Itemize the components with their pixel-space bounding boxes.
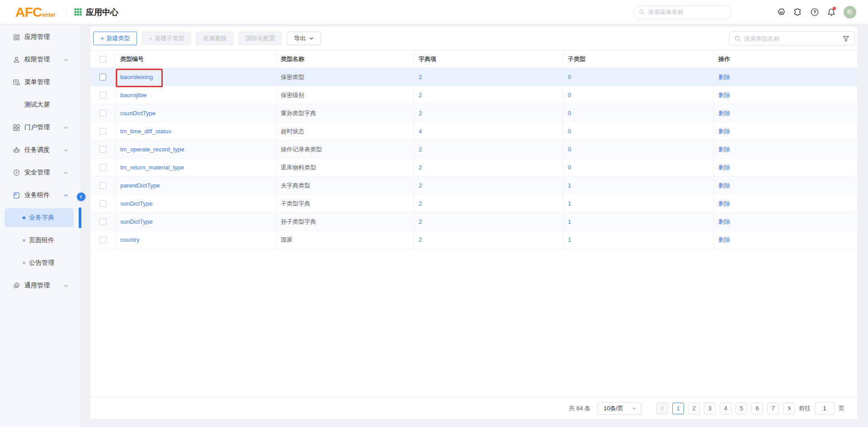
goto-suffix: 页 xyxy=(839,404,844,413)
sidebar-item-security-management[interactable]: 安全管理 xyxy=(0,161,81,184)
page-button-2[interactable]: 2 xyxy=(688,403,700,414)
sub-types-link[interactable]: 0 xyxy=(568,128,571,135)
export-button[interactable]: 导出 xyxy=(287,32,321,45)
dict-items-link[interactable]: 2 xyxy=(419,146,422,153)
column-header: 子类型 xyxy=(563,51,714,68)
dict-items-link[interactable]: 2 xyxy=(419,110,422,117)
afcenter-logo[interactable]: AFC enter xyxy=(15,5,56,20)
page-button-3[interactable]: 3 xyxy=(704,403,716,414)
prev-page-button[interactable] xyxy=(656,403,668,414)
help-icon[interactable]: ? xyxy=(810,8,819,17)
dict-items-link[interactable]: 2 xyxy=(419,218,422,225)
type-search[interactable] xyxy=(729,31,854,46)
search-icon xyxy=(639,9,645,15)
sidebar-subitem-announcement-management[interactable]: 公告管理 xyxy=(0,252,81,274)
row-checkbox[interactable] xyxy=(99,200,106,207)
page-size-select[interactable]: 10条/页 xyxy=(597,402,641,415)
row-checkbox[interactable] xyxy=(99,182,106,189)
notification-bell-icon[interactable] xyxy=(827,8,836,17)
delete-action-link[interactable]: 删除 xyxy=(718,91,730,99)
row-checkbox[interactable] xyxy=(99,218,106,225)
delete-action-link[interactable]: 删除 xyxy=(718,182,730,190)
sub-types-link[interactable]: 0 xyxy=(568,146,571,153)
delete-action-link[interactable]: 删除 xyxy=(718,127,730,136)
row-checkbox[interactable] xyxy=(99,236,106,243)
delete-action-link[interactable]: 删除 xyxy=(718,145,730,154)
row-checkbox[interactable] xyxy=(99,164,106,171)
page-button-1[interactable]: 1 xyxy=(672,403,684,414)
type-code-link[interactable]: sonDictType xyxy=(120,200,153,207)
sidebar-item-app-management[interactable]: 应用管理 xyxy=(0,26,81,48)
delete-action-link[interactable]: 删除 xyxy=(718,218,730,226)
dict-items-link[interactable]: 2 xyxy=(419,74,422,80)
sidebar-item-menu-management[interactable]: 菜单管理 xyxy=(0,71,81,94)
sidebar-subitem-page-components[interactable]: 页面组件 xyxy=(0,229,81,252)
global-search[interactable] xyxy=(633,5,731,19)
dict-items-link[interactable]: 2 xyxy=(419,92,422,99)
select-all-checkbox[interactable] xyxy=(99,56,106,63)
next-page-button[interactable] xyxy=(783,403,795,414)
delete-action-link[interactable]: 删除 xyxy=(718,200,730,208)
goto-page-input[interactable] xyxy=(815,402,835,415)
type-code-link[interactable]: csunDictType xyxy=(120,110,156,117)
plugin-puzzle-icon[interactable] xyxy=(793,8,802,17)
user-avatar[interactable]: 租 xyxy=(844,6,856,19)
type-code-link[interactable]: country xyxy=(120,236,140,243)
sidebar-collapse-button[interactable] xyxy=(77,192,85,201)
global-search-input[interactable] xyxy=(648,9,726,15)
type-code-link[interactable]: tm_time_diff_status xyxy=(120,128,171,135)
sub-types-link[interactable]: 0 xyxy=(568,110,571,117)
i18n-config-button[interactable]: 国际化配置 xyxy=(238,32,282,45)
page-button-7[interactable]: 7 xyxy=(767,403,779,414)
type-code-link[interactable]: baomijibie xyxy=(120,92,147,99)
type-name-cell: 子类型字典 xyxy=(276,195,414,213)
sidebar-item-test-dashboard[interactable]: 测试大屏 xyxy=(0,94,81,116)
dict-items-cell: 4 xyxy=(414,122,563,141)
sidebar-item-task-scheduling[interactable]: 任务调度 xyxy=(0,139,81,161)
dict-items-link[interactable]: 2 xyxy=(419,200,422,207)
sidebar-item-permission-management[interactable]: 权限管理 xyxy=(0,48,81,71)
sub-types-link[interactable]: 1 xyxy=(568,218,571,225)
type-code-link[interactable]: baomileixing xyxy=(120,74,153,80)
delete-action-link[interactable]: 删除 xyxy=(718,109,730,117)
sidebar-item-general-management[interactable]: 通用管理 xyxy=(0,274,81,297)
sidebar-item-business-components[interactable]: 业务组件 xyxy=(0,184,81,206)
page-button-4[interactable]: 4 xyxy=(720,403,731,414)
row-checkbox[interactable] xyxy=(99,146,106,153)
sub-types-link[interactable]: 1 xyxy=(568,236,571,243)
delete-action-link[interactable]: 删除 xyxy=(718,73,730,81)
dict-items-link[interactable]: 2 xyxy=(419,164,422,171)
row-checkbox-cell xyxy=(90,177,116,195)
content-card: +新建类型+新建子类型批量删除国际化配置导出 类型编号类型名称字典项子类型操作b… xyxy=(90,27,857,419)
dict-items-link[interactable]: 2 xyxy=(419,236,422,243)
sub-types-link[interactable]: 0 xyxy=(568,164,571,171)
sidebar-subitem-business-dictionary[interactable]: 业务字典 xyxy=(0,206,81,229)
dict-items-link[interactable]: 4 xyxy=(419,128,422,135)
type-code-link[interactable]: tm_return_material_type xyxy=(120,164,184,171)
sub-types-link[interactable]: 1 xyxy=(568,182,571,189)
button-label: 新建子类型 xyxy=(155,34,184,42)
batch-delete-button[interactable]: 批量删除 xyxy=(196,32,234,45)
type-code-link[interactable]: sunDictType xyxy=(120,218,153,225)
type-code-link[interactable]: parentDictType xyxy=(120,182,160,189)
type-search-input[interactable] xyxy=(744,35,840,42)
new-subtype-button[interactable]: +新建子类型 xyxy=(142,32,191,45)
new-type-button[interactable]: +新建类型 xyxy=(93,32,137,45)
row-checkbox[interactable] xyxy=(99,92,106,99)
delete-action-cell: 删除 xyxy=(714,213,857,231)
sidebar-item-portal-management[interactable]: 门户管理 xyxy=(0,116,81,139)
ai-assistant-icon[interactable]: AI xyxy=(777,8,786,17)
filter-funnel-icon[interactable] xyxy=(843,35,849,42)
delete-action-link[interactable]: 删除 xyxy=(718,164,730,172)
dict-items-link[interactable]: 2 xyxy=(419,182,422,189)
row-checkbox[interactable] xyxy=(99,128,106,135)
row-checkbox[interactable] xyxy=(99,110,106,117)
sub-types-link[interactable]: 1 xyxy=(568,200,571,207)
row-checkbox[interactable] xyxy=(99,74,106,80)
type-code-link[interactable]: tm_operate_record_type xyxy=(120,146,184,153)
delete-action-link[interactable]: 删除 xyxy=(718,236,730,244)
sub-types-link[interactable]: 0 xyxy=(568,74,571,80)
page-button-6[interactable]: 6 xyxy=(751,403,763,414)
page-button-5[interactable]: 5 xyxy=(736,403,747,414)
sub-types-link[interactable]: 0 xyxy=(568,92,571,99)
